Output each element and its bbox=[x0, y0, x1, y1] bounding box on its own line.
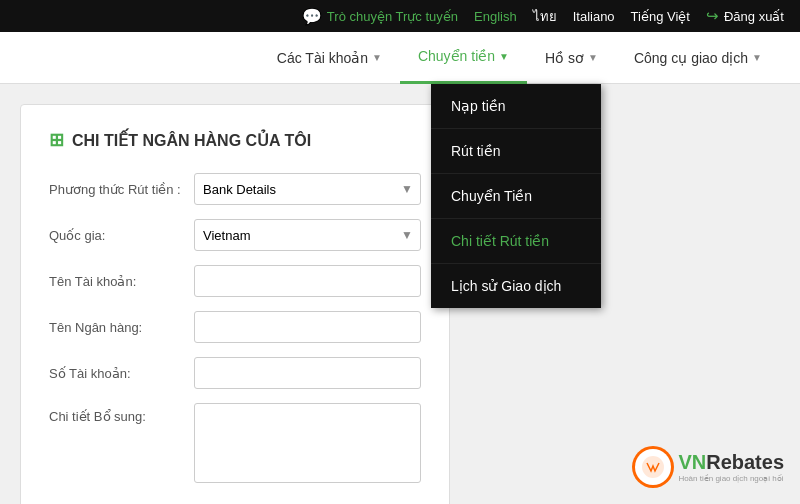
dropdown-item-lich-su[interactable]: Lịch sử Giao dịch bbox=[431, 264, 601, 308]
lang-vn[interactable]: Tiếng Việt bbox=[631, 9, 690, 24]
vn-logo-svg bbox=[641, 455, 665, 479]
dropdown-item-nap-tien[interactable]: Nạp tiền bbox=[431, 84, 601, 129]
extra-textarea[interactable] bbox=[194, 403, 421, 483]
bank-details-card: ⊞ CHI TIẾT NGÂN HÀNG CỦA TÔI Phương thức… bbox=[20, 104, 450, 504]
extra-row: Chi tiết Bổ sung: bbox=[49, 403, 421, 483]
account-no-row: Số Tài khoản: bbox=[49, 357, 421, 389]
form-title: CHI TIẾT NGÂN HÀNG CỦA TÔI bbox=[72, 131, 311, 150]
chat-label: Trò chuyện Trực tuyến bbox=[327, 9, 458, 24]
logout-icon: ↪ bbox=[706, 7, 719, 25]
logo-area: VNRebates Hoàn tiền giao dịch ngoại hối bbox=[632, 446, 784, 488]
account-name-label: Tên Tài khoản: bbox=[49, 274, 194, 289]
nav-transfer[interactable]: Chuyển tiền ▼ bbox=[400, 32, 527, 84]
nav-transfer-label: Chuyển tiền bbox=[418, 48, 495, 64]
logo-rebates: Rebates bbox=[706, 451, 784, 473]
nav-tools-label: Công cụ giao dịch bbox=[634, 50, 748, 66]
country-row: Quốc gia: Vietnam ▼ bbox=[49, 219, 421, 251]
lang-en[interactable]: English bbox=[474, 9, 517, 24]
logo-vn: VN bbox=[678, 451, 706, 473]
dropdown-item-chi-tiet-rut-tien[interactable]: Chi tiết Rút tiền bbox=[431, 219, 601, 264]
country-select-wrapper: Vietnam ▼ bbox=[194, 219, 421, 251]
extra-label: Chi tiết Bổ sung: bbox=[49, 403, 194, 424]
bank-name-input[interactable] bbox=[194, 311, 421, 343]
method-row: Phương thức Rút tiền : Bank Details ▼ bbox=[49, 173, 421, 205]
chevron-down-icon: ▼ bbox=[752, 52, 762, 63]
lang-th[interactable]: ไทย bbox=[533, 6, 557, 27]
account-name-input[interactable] bbox=[194, 265, 421, 297]
dropdown-item-rut-tien[interactable]: Rút tiền bbox=[431, 129, 601, 174]
chat-icon: 💬 bbox=[302, 7, 322, 26]
chevron-down-icon: ▼ bbox=[499, 51, 509, 62]
nav-accounts[interactable]: Các Tài khoản ▼ bbox=[259, 32, 400, 84]
nav-profile[interactable]: Hồ sơ ▼ bbox=[527, 32, 616, 84]
top-bar: 💬 Trò chuyện Trực tuyến English ไทย Ital… bbox=[0, 0, 800, 32]
main-content: ⊞ CHI TIẾT NGÂN HÀNG CỦA TÔI Phương thức… bbox=[0, 84, 800, 504]
method-select-wrapper: Bank Details ▼ bbox=[194, 173, 421, 205]
account-name-row: Tên Tài khoản: bbox=[49, 265, 421, 297]
bank-name-row: Tên Ngân hàng: bbox=[49, 311, 421, 343]
method-label: Phương thức Rút tiền : bbox=[49, 182, 194, 197]
chevron-down-icon: ▼ bbox=[588, 52, 598, 63]
vnrebates-logo: VNRebates Hoàn tiền giao dịch ngoại hối bbox=[632, 446, 784, 488]
chevron-down-icon: ▼ bbox=[372, 52, 382, 63]
logout-label: Đăng xuất bbox=[724, 9, 784, 24]
logo-subtitle: Hoàn tiền giao dịch ngoại hối bbox=[678, 474, 784, 483]
nav-accounts-label: Các Tài khoản bbox=[277, 50, 368, 66]
nav-bar: Các Tài khoản ▼ Chuyển tiền ▼ Hồ sơ ▼ Cô… bbox=[0, 32, 800, 84]
card-title: ⊞ CHI TIẾT NGÂN HÀNG CỦA TÔI bbox=[49, 129, 421, 151]
nav-profile-label: Hồ sơ bbox=[545, 50, 584, 66]
account-no-input[interactable] bbox=[194, 357, 421, 389]
grid-icon: ⊞ bbox=[49, 129, 64, 151]
logout-button[interactable]: ↪ Đăng xuất bbox=[706, 7, 784, 25]
nav-tools[interactable]: Công cụ giao dịch ▼ bbox=[616, 32, 780, 84]
country-select[interactable]: Vietnam bbox=[194, 219, 421, 251]
dropdown-item-chuyen-tien[interactable]: Chuyển Tiền bbox=[431, 174, 601, 219]
country-label: Quốc gia: bbox=[49, 228, 194, 243]
lang-it[interactable]: Italiano bbox=[573, 9, 615, 24]
account-no-label: Số Tài khoản: bbox=[49, 366, 194, 381]
method-select[interactable]: Bank Details bbox=[194, 173, 421, 205]
live-chat-link[interactable]: 💬 Trò chuyện Trực tuyến bbox=[302, 7, 458, 26]
transfer-dropdown: Nạp tiền Rút tiền Chuyển Tiền Chi tiết R… bbox=[431, 84, 601, 308]
logo-icon bbox=[632, 446, 674, 488]
bank-name-label: Tên Ngân hàng: bbox=[49, 320, 194, 335]
logo-text: VNRebates bbox=[678, 451, 784, 474]
logo-text-area: VNRebates Hoàn tiền giao dịch ngoại hối bbox=[678, 451, 784, 483]
